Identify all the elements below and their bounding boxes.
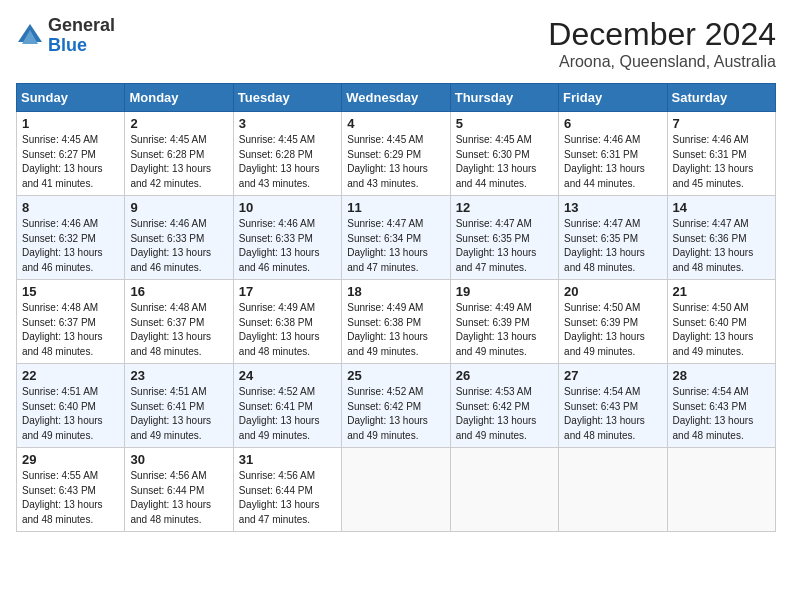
cell-day-number: 15 <box>22 284 119 299</box>
cell-day-number: 7 <box>673 116 770 131</box>
calendar-header-day: Thursday <box>450 84 558 112</box>
calendar-cell: 16Sunrise: 4:48 AMSunset: 6:37 PMDayligh… <box>125 280 233 364</box>
calendar-cell: 18Sunrise: 4:49 AMSunset: 6:38 PMDayligh… <box>342 280 450 364</box>
cell-info-text: Sunrise: 4:46 AMSunset: 6:31 PMDaylight:… <box>673 133 770 191</box>
calendar-cell: 10Sunrise: 4:46 AMSunset: 6:33 PMDayligh… <box>233 196 341 280</box>
cell-day-number: 27 <box>564 368 661 383</box>
logo-icon <box>16 22 44 50</box>
cell-day-number: 9 <box>130 200 227 215</box>
cell-info-text: Sunrise: 4:45 AMSunset: 6:27 PMDaylight:… <box>22 133 119 191</box>
cell-day-number: 24 <box>239 368 336 383</box>
calendar-cell <box>450 448 558 532</box>
cell-info-text: Sunrise: 4:52 AMSunset: 6:42 PMDaylight:… <box>347 385 444 443</box>
calendar-cell: 7Sunrise: 4:46 AMSunset: 6:31 PMDaylight… <box>667 112 775 196</box>
calendar-cell: 12Sunrise: 4:47 AMSunset: 6:35 PMDayligh… <box>450 196 558 280</box>
calendar-header-day: Monday <box>125 84 233 112</box>
cell-day-number: 13 <box>564 200 661 215</box>
calendar-cell <box>559 448 667 532</box>
calendar-cell: 14Sunrise: 4:47 AMSunset: 6:36 PMDayligh… <box>667 196 775 280</box>
calendar-header: SundayMondayTuesdayWednesdayThursdayFrid… <box>17 84 776 112</box>
cell-info-text: Sunrise: 4:47 AMSunset: 6:34 PMDaylight:… <box>347 217 444 275</box>
page-title: December 2024 <box>548 16 776 53</box>
calendar-cell: 8Sunrise: 4:46 AMSunset: 6:32 PMDaylight… <box>17 196 125 280</box>
calendar-cell: 30Sunrise: 4:56 AMSunset: 6:44 PMDayligh… <box>125 448 233 532</box>
calendar-cell: 22Sunrise: 4:51 AMSunset: 6:40 PMDayligh… <box>17 364 125 448</box>
calendar-cell: 23Sunrise: 4:51 AMSunset: 6:41 PMDayligh… <box>125 364 233 448</box>
cell-day-number: 25 <box>347 368 444 383</box>
calendar-cell: 26Sunrise: 4:53 AMSunset: 6:42 PMDayligh… <box>450 364 558 448</box>
calendar-week-row: 15Sunrise: 4:48 AMSunset: 6:37 PMDayligh… <box>17 280 776 364</box>
cell-day-number: 22 <box>22 368 119 383</box>
logo: General Blue <box>16 16 115 56</box>
cell-day-number: 4 <box>347 116 444 131</box>
cell-info-text: Sunrise: 4:49 AMSunset: 6:38 PMDaylight:… <box>347 301 444 359</box>
cell-info-text: Sunrise: 4:46 AMSunset: 6:31 PMDaylight:… <box>564 133 661 191</box>
cell-day-number: 5 <box>456 116 553 131</box>
cell-info-text: Sunrise: 4:55 AMSunset: 6:43 PMDaylight:… <box>22 469 119 527</box>
calendar-header-row: SundayMondayTuesdayWednesdayThursdayFrid… <box>17 84 776 112</box>
cell-info-text: Sunrise: 4:45 AMSunset: 6:30 PMDaylight:… <box>456 133 553 191</box>
cell-info-text: Sunrise: 4:50 AMSunset: 6:39 PMDaylight:… <box>564 301 661 359</box>
calendar-cell: 6Sunrise: 4:46 AMSunset: 6:31 PMDaylight… <box>559 112 667 196</box>
calendar-cell: 2Sunrise: 4:45 AMSunset: 6:28 PMDaylight… <box>125 112 233 196</box>
cell-day-number: 10 <box>239 200 336 215</box>
calendar-header-day: Wednesday <box>342 84 450 112</box>
cell-day-number: 19 <box>456 284 553 299</box>
cell-day-number: 21 <box>673 284 770 299</box>
cell-day-number: 6 <box>564 116 661 131</box>
cell-info-text: Sunrise: 4:53 AMSunset: 6:42 PMDaylight:… <box>456 385 553 443</box>
cell-day-number: 31 <box>239 452 336 467</box>
cell-info-text: Sunrise: 4:49 AMSunset: 6:39 PMDaylight:… <box>456 301 553 359</box>
calendar-cell: 9Sunrise: 4:46 AMSunset: 6:33 PMDaylight… <box>125 196 233 280</box>
calendar-cell: 11Sunrise: 4:47 AMSunset: 6:34 PMDayligh… <box>342 196 450 280</box>
calendar-week-row: 22Sunrise: 4:51 AMSunset: 6:40 PMDayligh… <box>17 364 776 448</box>
cell-info-text: Sunrise: 4:54 AMSunset: 6:43 PMDaylight:… <box>564 385 661 443</box>
cell-day-number: 1 <box>22 116 119 131</box>
calendar-cell: 21Sunrise: 4:50 AMSunset: 6:40 PMDayligh… <box>667 280 775 364</box>
calendar-cell: 20Sunrise: 4:50 AMSunset: 6:39 PMDayligh… <box>559 280 667 364</box>
cell-info-text: Sunrise: 4:45 AMSunset: 6:28 PMDaylight:… <box>130 133 227 191</box>
calendar-week-row: 8Sunrise: 4:46 AMSunset: 6:32 PMDaylight… <box>17 196 776 280</box>
cell-day-number: 29 <box>22 452 119 467</box>
cell-info-text: Sunrise: 4:51 AMSunset: 6:41 PMDaylight:… <box>130 385 227 443</box>
cell-info-text: Sunrise: 4:46 AMSunset: 6:33 PMDaylight:… <box>130 217 227 275</box>
cell-info-text: Sunrise: 4:47 AMSunset: 6:35 PMDaylight:… <box>564 217 661 275</box>
calendar-cell: 15Sunrise: 4:48 AMSunset: 6:37 PMDayligh… <box>17 280 125 364</box>
calendar-header-day: Tuesday <box>233 84 341 112</box>
calendar-cell: 3Sunrise: 4:45 AMSunset: 6:28 PMDaylight… <box>233 112 341 196</box>
cell-info-text: Sunrise: 4:49 AMSunset: 6:38 PMDaylight:… <box>239 301 336 359</box>
calendar-body: 1Sunrise: 4:45 AMSunset: 6:27 PMDaylight… <box>17 112 776 532</box>
cell-info-text: Sunrise: 4:47 AMSunset: 6:36 PMDaylight:… <box>673 217 770 275</box>
calendar-cell: 5Sunrise: 4:45 AMSunset: 6:30 PMDaylight… <box>450 112 558 196</box>
cell-day-number: 3 <box>239 116 336 131</box>
cell-info-text: Sunrise: 4:56 AMSunset: 6:44 PMDaylight:… <box>130 469 227 527</box>
calendar-cell: 13Sunrise: 4:47 AMSunset: 6:35 PMDayligh… <box>559 196 667 280</box>
calendar-cell: 27Sunrise: 4:54 AMSunset: 6:43 PMDayligh… <box>559 364 667 448</box>
cell-day-number: 23 <box>130 368 227 383</box>
calendar-header-day: Sunday <box>17 84 125 112</box>
calendar-week-row: 29Sunrise: 4:55 AMSunset: 6:43 PMDayligh… <box>17 448 776 532</box>
cell-day-number: 2 <box>130 116 227 131</box>
cell-day-number: 26 <box>456 368 553 383</box>
cell-info-text: Sunrise: 4:48 AMSunset: 6:37 PMDaylight:… <box>22 301 119 359</box>
logo-text: General Blue <box>48 16 115 56</box>
cell-day-number: 12 <box>456 200 553 215</box>
cell-day-number: 17 <box>239 284 336 299</box>
cell-day-number: 14 <box>673 200 770 215</box>
cell-info-text: Sunrise: 4:48 AMSunset: 6:37 PMDaylight:… <box>130 301 227 359</box>
cell-info-text: Sunrise: 4:46 AMSunset: 6:32 PMDaylight:… <box>22 217 119 275</box>
calendar-cell: 29Sunrise: 4:55 AMSunset: 6:43 PMDayligh… <box>17 448 125 532</box>
cell-day-number: 8 <box>22 200 119 215</box>
cell-day-number: 20 <box>564 284 661 299</box>
logo-blue: Blue <box>48 35 87 55</box>
cell-info-text: Sunrise: 4:47 AMSunset: 6:35 PMDaylight:… <box>456 217 553 275</box>
cell-info-text: Sunrise: 4:45 AMSunset: 6:29 PMDaylight:… <box>347 133 444 191</box>
cell-day-number: 30 <box>130 452 227 467</box>
calendar-cell: 4Sunrise: 4:45 AMSunset: 6:29 PMDaylight… <box>342 112 450 196</box>
cell-day-number: 11 <box>347 200 444 215</box>
calendar-cell <box>667 448 775 532</box>
calendar-cell: 28Sunrise: 4:54 AMSunset: 6:43 PMDayligh… <box>667 364 775 448</box>
cell-day-number: 18 <box>347 284 444 299</box>
calendar-cell: 17Sunrise: 4:49 AMSunset: 6:38 PMDayligh… <box>233 280 341 364</box>
calendar-cell: 31Sunrise: 4:56 AMSunset: 6:44 PMDayligh… <box>233 448 341 532</box>
